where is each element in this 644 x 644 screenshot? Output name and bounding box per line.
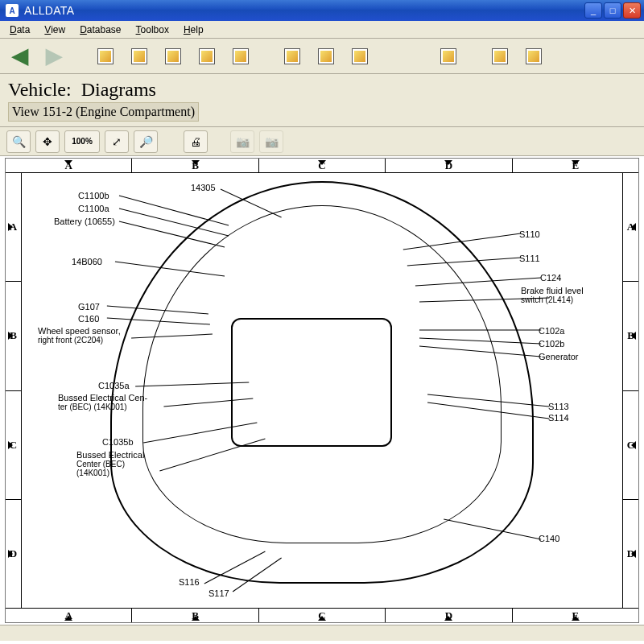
camera-icon: 📷: [265, 135, 279, 148]
svg-line-7: [131, 334, 213, 338]
camera-1-button: 📷: [230, 130, 254, 153]
svg-line-12: [403, 233, 521, 250]
svg-line-17: [419, 338, 541, 344]
status-bar: [0, 625, 644, 641]
vehicle-label: Vehicle:: [8, 79, 72, 100]
diagram-canvas: C1100b C1100a Battery (10655) 14305 14B0…: [22, 173, 622, 608]
svg-line-8: [135, 382, 249, 386]
svg-line-1: [119, 208, 229, 236]
print-toolbar-button[interactable]: [520, 43, 547, 70]
svg-line-10: [143, 423, 257, 443]
menu-database[interactable]: Database: [73, 23, 127, 37]
notes-icon: [199, 48, 215, 64]
tool-2-button[interactable]: [126, 43, 153, 70]
callout-C102a: C102a: [539, 326, 564, 336]
camera-icon: 📷: [236, 135, 250, 148]
callout-S117: S117: [208, 588, 229, 598]
camera-2-button: 📷: [259, 130, 283, 153]
tool-1-button[interactable]: [92, 43, 119, 70]
window-titlebar: A ALLDATA _ □ ✕: [0, 0, 644, 21]
callout-bec2: Bussed ElectricalCenter (BEC)(14K001): [76, 450, 144, 477]
callout-bec1: Bussed Electrical Cen-ter (BEC) (14K001): [58, 393, 147, 411]
svg-line-6: [107, 318, 210, 324]
tool-5-button[interactable]: [227, 43, 254, 70]
zoom-100-button[interactable]: 100%: [64, 130, 100, 153]
menu-toolbox[interactable]: Toolbox: [130, 23, 175, 37]
diagram-viewport[interactable]: A B C D E A B C D E A B C D A B C D: [5, 158, 639, 623]
svg-line-21: [444, 519, 541, 539]
tool-4-button[interactable]: [193, 43, 221, 70]
open-icon: [131, 48, 147, 64]
menubar: Data View Database Toolbox Help: [0, 21, 644, 39]
svg-line-11: [159, 439, 265, 471]
close-button[interactable]: ✕: [623, 2, 641, 19]
svg-line-4: [115, 262, 225, 276]
save-icon: [284, 48, 300, 64]
page-title: Vehicle: Diagrams: [8, 79, 636, 101]
svg-line-0: [119, 196, 229, 225]
card-icon: [165, 48, 181, 64]
svg-line-3: [221, 189, 282, 217]
tool-3-button[interactable]: [159, 43, 187, 70]
fit-icon: ✥: [43, 135, 52, 148]
zoom-in-button[interactable]: 🔍: [6, 130, 31, 153]
callout-14305: 14305: [191, 183, 216, 192]
ruler-top: A B C D E: [6, 159, 638, 173]
callout-C140: C140: [539, 534, 559, 543]
menu-data[interactable]: Data: [3, 23, 36, 37]
history-icon: [233, 48, 249, 64]
menu-help[interactable]: Help: [177, 23, 210, 37]
callout-S114: S114: [548, 413, 569, 423]
main-toolbar: ◀ ▶: [0, 39, 644, 74]
app-icon: A: [6, 4, 19, 17]
forward-button[interactable]: ▶: [40, 43, 68, 70]
fit-window-button[interactable]: ✥: [35, 130, 60, 153]
window-title: ALLDATA: [23, 4, 584, 17]
zoom-out-button[interactable]: 🔎: [134, 130, 158, 153]
callout-brakefluid: Brake fluid levelswitch (2L414): [521, 286, 584, 304]
zoom-region-button[interactable]: ⤢: [105, 130, 129, 153]
report-icon: [492, 48, 508, 64]
tool-7-button[interactable]: [435, 43, 462, 70]
viewer-toolbar: 🔍 ✥ 100% ⤢ 🔎 🖨 📷 📷: [0, 127, 644, 156]
svg-line-13: [407, 258, 521, 266]
clipboard-icon: [440, 48, 456, 64]
callout-C1100a: C1100a: [78, 204, 109, 213]
back-button[interactable]: ◀: [6, 43, 34, 70]
callout-C124: C124: [540, 273, 561, 283]
callout-wheelspeed: Wheel speed sensor,right front (2C204): [38, 326, 121, 345]
callout-S116: S116: [179, 577, 200, 587]
new-car-icon: [318, 48, 334, 64]
svg-line-5: [107, 306, 208, 314]
svg-line-23: [233, 558, 281, 592]
new-car-button[interactable]: [312, 43, 340, 70]
callout-C160: C160: [78, 314, 99, 324]
globe-icon: [97, 48, 114, 64]
callout-14B060: 14B060: [72, 257, 102, 266]
maximize-button[interactable]: □: [604, 2, 621, 19]
printer-icon: [526, 48, 542, 64]
callout-C1100b: C1100b: [78, 191, 109, 200]
view-subtitle: View 151-2 (Engine Compartment): [8, 102, 199, 122]
print-button[interactable]: 🖨: [184, 130, 208, 153]
tool-6-button[interactable]: [279, 43, 306, 70]
zoom-out-icon: 🔎: [139, 135, 153, 148]
minimize-button[interactable]: _: [584, 2, 602, 19]
menu-view[interactable]: View: [38, 23, 72, 37]
content-header: Vehicle: Diagrams View 151-2 (Engine Com…: [0, 74, 644, 127]
forward-icon: ▶: [46, 43, 62, 68]
svg-line-14: [415, 278, 541, 286]
zoom-region-icon: ⤢: [112, 135, 122, 148]
tool-8-button[interactable]: [486, 43, 514, 70]
callout-S111: S111: [519, 254, 540, 263]
callout-C1035a: C1035a: [98, 381, 130, 390]
svg-line-22: [204, 551, 266, 584]
car-icon: [352, 48, 368, 64]
car-button[interactable]: [346, 43, 374, 70]
svg-line-18: [419, 346, 541, 357]
ruler-left: A B C D: [6, 173, 22, 608]
back-icon: ◀: [12, 43, 28, 68]
section-label: Diagrams: [81, 79, 156, 100]
ruler-bottom: A B C D E: [6, 608, 638, 622]
callout-S110: S110: [519, 229, 540, 239]
